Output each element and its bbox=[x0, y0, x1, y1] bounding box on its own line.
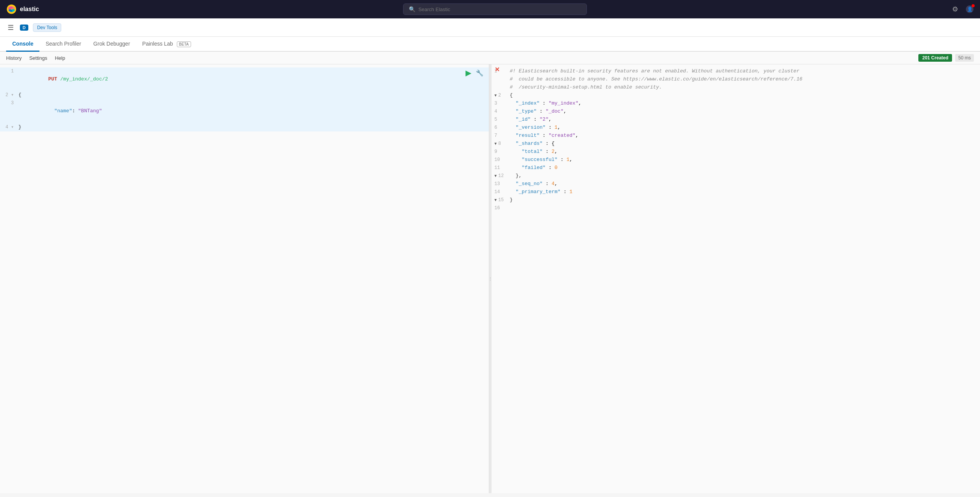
line-num-4: 4 ▾ bbox=[3, 123, 14, 131]
secondary-nav: ☰ D Dev Tools bbox=[0, 18, 980, 37]
output-content: 1 #! Elasticsearch built-in security fea… bbox=[492, 64, 980, 493]
search-input[interactable] bbox=[418, 7, 581, 12]
output-line-12: ▼ 12 }, bbox=[492, 172, 980, 180]
editor-line-4: 4 ▾ } bbox=[0, 123, 489, 131]
out-linenum-1c bbox=[495, 84, 505, 84]
out-content-11: "failed" : 0 bbox=[510, 164, 977, 172]
out-linenum-13: 13 bbox=[495, 180, 505, 188]
output-line-7: 7 "result" : "created", bbox=[492, 132, 980, 140]
json-val-type: "_doc" bbox=[546, 108, 564, 114]
json-key-primaryterm: "_primary_term" bbox=[516, 189, 560, 195]
out-linenum-12: ▼ 12 bbox=[495, 172, 505, 180]
output-line-3: 3 "_index" : "my_index", bbox=[492, 100, 980, 108]
indent-3 bbox=[48, 108, 54, 114]
json-key-successful: "successful" bbox=[522, 157, 558, 162]
status-created-badge: 201 Created bbox=[918, 54, 952, 62]
out-content-4: "_type" : "_doc", bbox=[510, 108, 977, 116]
out-linenum-9: 9 bbox=[495, 148, 505, 156]
line-num-3: 3 bbox=[3, 99, 14, 107]
out-content-13: "_seq_no" : 4, bbox=[510, 180, 977, 188]
main-content: 1 PUT /my_index/_doc/2 2 ▾ { 3 "name": "… bbox=[0, 64, 980, 493]
json-val-result: "created" bbox=[549, 133, 575, 138]
line-content-3: "name": "BNTang" bbox=[18, 99, 486, 123]
settings-button[interactable]: Settings bbox=[29, 55, 47, 61]
collapse-15[interactable]: ▼ bbox=[495, 197, 497, 203]
nav-right: ⚙ 👤 bbox=[951, 5, 974, 13]
output-line-16: 16 bbox=[492, 204, 980, 212]
out-content-14: "_primary_term" : 1 bbox=[510, 188, 977, 196]
json-key-id: "_id" bbox=[516, 116, 531, 122]
wrench-button[interactable]: 🔧 bbox=[475, 69, 484, 77]
json-key-version: "_version" bbox=[516, 125, 546, 130]
line-content-4: } bbox=[18, 123, 486, 131]
json-key-shards: "_shards" bbox=[516, 141, 542, 146]
history-button[interactable]: History bbox=[6, 55, 21, 61]
out-content-9: "total" : 2, bbox=[510, 148, 977, 156]
elastic-logo-icon bbox=[6, 4, 17, 15]
out-linenum-16: 16 bbox=[495, 204, 505, 212]
collapse-2[interactable]: ▼ bbox=[495, 93, 497, 99]
notification-badge bbox=[972, 4, 975, 7]
collapse-12[interactable]: ▼ bbox=[495, 173, 497, 179]
breadcrumb-devtools[interactable]: Dev Tools bbox=[33, 23, 61, 32]
json-key-failed: "failed" bbox=[522, 165, 546, 171]
breadcrumb-initial[interactable]: D bbox=[20, 25, 28, 31]
elastic-logo[interactable]: elastic bbox=[6, 4, 39, 15]
out-content-5: "_id" : "2", bbox=[510, 116, 977, 124]
output-line-9: 9 "total" : 2, bbox=[492, 148, 980, 156]
out-content-1b: # could be accessible to anyone. See htt… bbox=[510, 75, 977, 84]
json-val-total: 2 bbox=[552, 149, 555, 154]
code-editor[interactable]: 1 PUT /my_index/_doc/2 2 ▾ { 3 "name": "… bbox=[0, 64, 489, 493]
tab-search-profiler[interactable]: Search Profiler bbox=[39, 37, 87, 52]
notifications-icon[interactable]: 👤 bbox=[965, 5, 974, 13]
json-key-seqno: "_seq_no" bbox=[516, 181, 542, 187]
output-line-13: 13 "_seq_no" : 4, bbox=[492, 180, 980, 188]
collapse-8[interactable]: ▼ bbox=[495, 141, 497, 147]
line-content-2: { bbox=[18, 91, 486, 99]
line-num-2: 2 ▾ bbox=[3, 91, 14, 99]
out-content-12: }, bbox=[510, 172, 977, 180]
help-button[interactable]: Help bbox=[55, 55, 65, 61]
hamburger-menu[interactable]: ☰ bbox=[6, 22, 15, 33]
json-val-seqno: 4 bbox=[552, 181, 555, 187]
tab-console[interactable]: Console bbox=[6, 37, 39, 52]
json-val-version: 1 bbox=[555, 125, 558, 130]
out-content-3: "_index" : "my_index", bbox=[510, 100, 977, 108]
output-line-15: ▼ 15 } bbox=[492, 196, 980, 204]
output-line-5: 5 "_id" : "2", bbox=[492, 116, 980, 124]
close-output-button[interactable]: ✕ bbox=[492, 66, 503, 73]
tab-bar: Console Search Profiler Grok Debugger Pa… bbox=[0, 37, 980, 52]
output-line-4: 4 "_type" : "_doc", bbox=[492, 108, 980, 116]
tab-painless-lab[interactable]: Painless Lab BETA bbox=[136, 37, 197, 52]
status-bar: 201 Created 50 ms bbox=[918, 54, 974, 62]
top-nav: elastic 🔍 ⚙ 👤 bbox=[0, 0, 980, 18]
out-content-7: "result" : "created", bbox=[510, 132, 977, 140]
out-linenum-14: 14 bbox=[495, 188, 505, 196]
editor-actions: ▶ 🔧 bbox=[465, 67, 484, 78]
json-key-total: "total" bbox=[522, 149, 543, 154]
tab-grok-debugger[interactable]: Grok Debugger bbox=[87, 37, 136, 52]
json-key-index: "_index" bbox=[516, 100, 539, 106]
colon-3: : bbox=[72, 108, 78, 114]
out-linenum-6: 6 bbox=[495, 124, 505, 131]
out-linenum-15: ▼ 15 bbox=[495, 196, 505, 204]
output-line-14: 14 "_primary_term" : 1 bbox=[492, 188, 980, 196]
status-time-badge: 50 ms bbox=[955, 54, 974, 62]
out-linenum-4: 4 bbox=[495, 108, 505, 115]
line-content-1: PUT /my_index/_doc/2 bbox=[18, 67, 486, 91]
out-linenum-5: 5 bbox=[495, 116, 505, 123]
json-val-id: "2" bbox=[540, 116, 549, 122]
editor-pane: 1 PUT /my_index/_doc/2 2 ▾ { 3 "name": "… bbox=[0, 64, 489, 493]
keyword-put: PUT bbox=[48, 76, 57, 82]
editor-line-1: 1 PUT /my_index/_doc/2 bbox=[0, 67, 489, 91]
svg-point-0 bbox=[7, 5, 16, 14]
out-content-10: "successful" : 1, bbox=[510, 156, 977, 164]
out-linenum-11: 11 bbox=[495, 164, 505, 172]
run-button[interactable]: ▶ bbox=[465, 67, 472, 78]
global-search-bar[interactable]: 🔍 bbox=[403, 3, 587, 15]
settings-icon[interactable]: ⚙ bbox=[951, 5, 959, 13]
out-linenum-3: 3 bbox=[495, 100, 505, 107]
json-key-result: "result" bbox=[516, 133, 539, 138]
json-key-type: "_type" bbox=[516, 108, 537, 114]
line-num-1: 1 bbox=[3, 67, 14, 75]
